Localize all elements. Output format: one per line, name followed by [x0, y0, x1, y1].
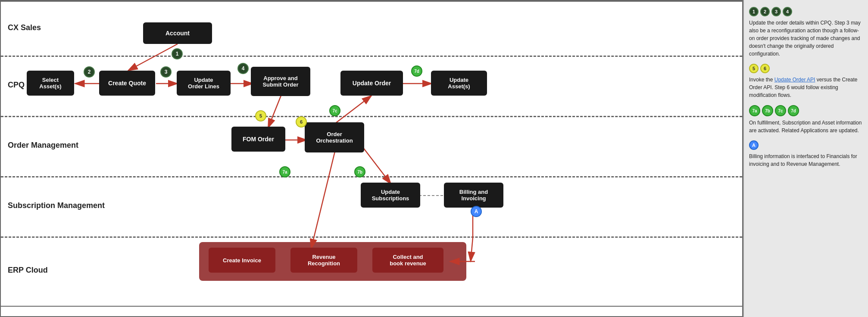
badge-7b: 7b — [354, 166, 365, 177]
lane-label-cx-sales: CX Sales — [8, 23, 41, 32]
badge-3: 3 — [160, 66, 172, 78]
node-approve-submit: Approve andSubmit Order — [251, 67, 310, 96]
lane-label-sub-mgmt: Subscription Management — [8, 201, 105, 210]
side-panel: 1 2 3 4 Update the order details within … — [743, 0, 868, 317]
side-panel-badge-row-1: 1 2 3 4 — [749, 7, 863, 16]
lane-order-mgmt: Order Management — [1, 117, 742, 177]
update-order-api-link[interactable]: Update Order API — [774, 77, 815, 83]
node-update-order: Update Order — [340, 71, 403, 96]
side-panel-badge-row-a: A — [749, 140, 863, 150]
side-badge-5: 5 — [749, 64, 759, 73]
side-badge-7c: 7c — [775, 105, 786, 116]
side-badge-a: A — [749, 140, 759, 150]
badge-4: 4 — [237, 63, 249, 74]
node-billing-inv: Billing andInvoicing — [444, 183, 503, 208]
node-create-quote: Create Quote — [99, 71, 155, 96]
side-badge-4: 4 — [783, 7, 792, 16]
lane-label-order-mgmt: Order Management — [8, 141, 78, 150]
node-update-assets: UpdateAsset(s) — [431, 71, 487, 96]
node-select-assets: SelectAsset(s) — [27, 71, 74, 96]
side-badge-2: 2 — [760, 7, 770, 16]
node-order-orch: OrderOrchestration — [305, 122, 364, 152]
node-update-subs: UpdateSubscriptions — [361, 183, 420, 208]
side-badge-3: 3 — [771, 7, 781, 16]
side-badge-6: 6 — [760, 64, 770, 73]
node-fom-order: FOM Order — [231, 127, 285, 152]
badge-7c: 7c — [329, 105, 340, 116]
lane-label-cpq: CPQ — [8, 81, 25, 90]
badge-7d: 7d — [411, 65, 422, 77]
badge-5: 5 — [255, 110, 266, 121]
side-panel-text-4: Billing information is interfaced to Fin… — [749, 152, 863, 168]
side-panel-text-1: Update the order details within CPQ. Ste… — [749, 19, 863, 58]
badge-a: A — [471, 206, 482, 217]
node-account: Account — [143, 22, 212, 44]
side-panel-badge-row-2: 5 6 — [749, 64, 863, 73]
node-rev-rec: RevenueRecognition — [290, 248, 357, 273]
node-create-invoice: Create Invoice — [209, 248, 275, 273]
main-diagram: CX Sales CPQ Order Management Subscripti… — [0, 0, 743, 317]
lane-label-erp-cloud: ERP Cloud — [8, 266, 48, 275]
badge-1: 1 — [172, 48, 183, 59]
side-badge-7a: 7a — [749, 105, 760, 116]
side-panel-badge-row-3: 7a 7b 7c 7d — [749, 105, 863, 116]
badge-7a: 7a — [279, 166, 290, 177]
side-panel-text-2: Invoke the Update Order API versus the C… — [749, 76, 863, 99]
badge-6: 6 — [296, 116, 307, 127]
node-collect-revenue: Collect andbook revenue — [372, 248, 443, 273]
node-update-order-lines: UpdateOrder Lines — [177, 71, 231, 96]
badge-2: 2 — [84, 66, 95, 78]
side-panel-text-3: On fulfillment, Subscription and Asset i… — [749, 119, 863, 134]
side-badge-7b: 7b — [762, 105, 773, 116]
side-badge-7d: 7d — [788, 105, 799, 116]
lane-cx-sales: CX Sales — [1, 1, 742, 57]
side-badge-1: 1 — [749, 7, 759, 16]
